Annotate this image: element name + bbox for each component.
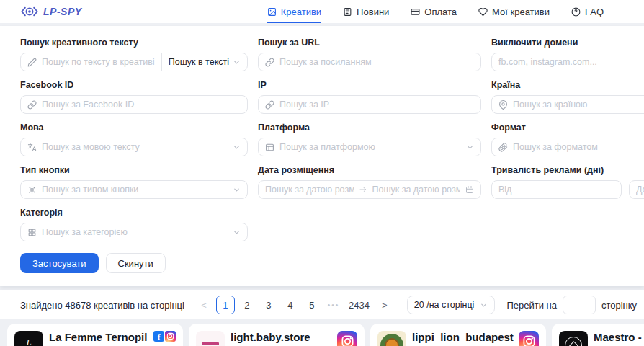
instagram-icon bbox=[165, 331, 176, 342]
page-2[interactable]: 2 bbox=[238, 296, 256, 314]
duration-from-input[interactable] bbox=[498, 181, 614, 198]
chevron-down-icon bbox=[233, 229, 241, 236]
link-icon bbox=[265, 100, 274, 110]
instagram-icon bbox=[337, 331, 357, 346]
pagination: < 1 2 3 4 5 ••• 2434 > bbox=[194, 296, 394, 314]
top-header: LP-SPY Креативи Новини Оплата Мої креати… bbox=[0, 0, 644, 23]
page-3[interactable]: 3 bbox=[259, 296, 278, 314]
page-size-value: 20 /на сторінці bbox=[414, 300, 475, 310]
advertiser-name: La Femme Ternopil bbox=[49, 331, 148, 343]
nav-creatives[interactable]: Креативи bbox=[267, 0, 321, 23]
page-5[interactable]: 5 bbox=[303, 296, 321, 314]
filter-ad-duration: Тривалість реклами (дні) bbox=[491, 165, 644, 199]
image-icon bbox=[267, 7, 277, 17]
url-control bbox=[258, 53, 481, 71]
ip-label: IP bbox=[258, 80, 481, 90]
button-type-label: Тип кнопки bbox=[20, 165, 248, 175]
nav-payment[interactable]: Оплата bbox=[411, 0, 457, 23]
nav-news[interactable]: Новини bbox=[343, 0, 389, 23]
placement-date-label: Дата розміщення bbox=[258, 165, 481, 175]
page-1[interactable]: 1 bbox=[216, 296, 235, 314]
question-icon bbox=[571, 7, 581, 17]
card-icon bbox=[411, 7, 420, 17]
facebook-id-label: Facebook ID bbox=[20, 80, 248, 90]
chevron-down-icon bbox=[233, 186, 241, 194]
country-input[interactable] bbox=[513, 96, 644, 113]
results-bar: Знайдено 48678 креативів на сторінці < 1… bbox=[0, 290, 644, 319]
duration-from-control bbox=[491, 180, 622, 199]
chevron-down-icon bbox=[233, 143, 241, 151]
creative-card[interactable]: Maestro - кухні, меблі на замовлення в У… bbox=[552, 324, 644, 346]
advertiser-name: Maestro - кухні, меблі на замовлення в У… bbox=[594, 331, 644, 346]
nav-news-label: Новини bbox=[357, 6, 389, 17]
nav-payment-label: Оплата bbox=[424, 6, 457, 17]
goto-prefix-label: Перейти на bbox=[506, 300, 557, 311]
logo[interactable]: LP-SPY bbox=[20, 6, 82, 17]
page-last[interactable]: 2434 bbox=[346, 296, 372, 314]
category-select[interactable] bbox=[20, 223, 248, 241]
prev-page-button[interactable]: < bbox=[194, 296, 213, 314]
nav-faq[interactable]: FAQ bbox=[571, 0, 604, 23]
platform-label: Платформа bbox=[258, 123, 481, 133]
filter-facebook-id: Facebook ID bbox=[20, 80, 248, 114]
instagram-icon bbox=[519, 331, 539, 346]
facebook-icon: f bbox=[153, 331, 164, 342]
calendar-icon bbox=[465, 185, 474, 194]
eye-logo-icon bbox=[20, 6, 39, 17]
exclude-domains-input[interactable] bbox=[498, 53, 644, 71]
filter-language: Мова bbox=[20, 123, 248, 156]
nav-my-creatives[interactable]: Мої креативи bbox=[478, 0, 550, 23]
link-icon bbox=[265, 58, 274, 67]
page-4[interactable]: 4 bbox=[281, 296, 300, 314]
platform-select[interactable] bbox=[258, 138, 481, 156]
pagination-ellipsis[interactable]: ••• bbox=[324, 296, 343, 314]
logo-text: LP-SPY bbox=[43, 6, 82, 17]
chevron-down-icon bbox=[480, 301, 488, 309]
category-input[interactable] bbox=[42, 223, 228, 241]
filter-button-type: Тип кнопки bbox=[20, 165, 248, 199]
date-to-input[interactable] bbox=[372, 181, 461, 198]
page-size-select[interactable]: 20 /на сторінці bbox=[407, 296, 496, 314]
chevron-down-icon bbox=[233, 58, 241, 66]
exclude-domains-label: Виключити домени bbox=[491, 37, 644, 48]
language-input[interactable] bbox=[42, 138, 228, 156]
apply-button[interactable]: Застосувати bbox=[20, 253, 99, 273]
creative-card[interactable]: light.baby.store 2025-11-20 21:02:03 3 d… bbox=[189, 324, 365, 346]
goto-page-input[interactable] bbox=[563, 296, 596, 314]
url-input[interactable] bbox=[279, 53, 474, 71]
creative-text-label: Пошук креативного тексту bbox=[20, 37, 248, 48]
nav-my-creatives-label: Мої креативи bbox=[492, 6, 550, 17]
language-label: Мова bbox=[20, 123, 248, 133]
filter-ip: IP bbox=[258, 80, 481, 114]
country-label: Країна bbox=[491, 80, 644, 90]
format-label: Формат bbox=[491, 123, 644, 133]
button-type-select[interactable] bbox=[20, 180, 248, 199]
arrow-right-icon bbox=[359, 185, 367, 194]
creative-card[interactable]: L LA FEMME La Femme Ternopil 2025-11-20 … bbox=[7, 324, 183, 346]
paperclip-icon bbox=[498, 143, 508, 152]
ip-control bbox=[258, 95, 481, 114]
language-select[interactable] bbox=[20, 138, 248, 156]
platform-input[interactable] bbox=[279, 138, 461, 156]
filter-format: Формат bbox=[491, 123, 644, 156]
duration-to-input[interactable] bbox=[636, 181, 644, 198]
creative-text-input[interactable] bbox=[42, 53, 156, 71]
date-range-picker[interactable] bbox=[258, 180, 481, 199]
ip-input[interactable] bbox=[279, 96, 474, 113]
text-search-mode-select[interactable]: Пошук в тексті bbox=[161, 53, 247, 71]
creative-card[interactable]: lippi_lion_budapest 2025-11-20 21:02:03 … bbox=[370, 324, 546, 346]
facebook-id-input[interactable] bbox=[42, 96, 241, 113]
heart-icon bbox=[478, 7, 488, 17]
grid-icon bbox=[27, 228, 37, 237]
filter-exclude-domains: Виключити домени bbox=[491, 37, 644, 71]
format-input[interactable] bbox=[513, 138, 644, 156]
goto-suffix-label: сторінку bbox=[601, 300, 637, 311]
format-control bbox=[491, 138, 644, 156]
translate-icon bbox=[27, 143, 37, 152]
chevron-down-icon bbox=[466, 143, 474, 151]
creatives-list: L LA FEMME La Femme Ternopil 2025-11-20 … bbox=[0, 319, 644, 346]
reset-button[interactable]: Скинути bbox=[106, 253, 166, 273]
date-from-input[interactable] bbox=[265, 181, 354, 198]
next-page-button[interactable]: > bbox=[375, 296, 394, 314]
button-type-input[interactable] bbox=[42, 181, 228, 198]
